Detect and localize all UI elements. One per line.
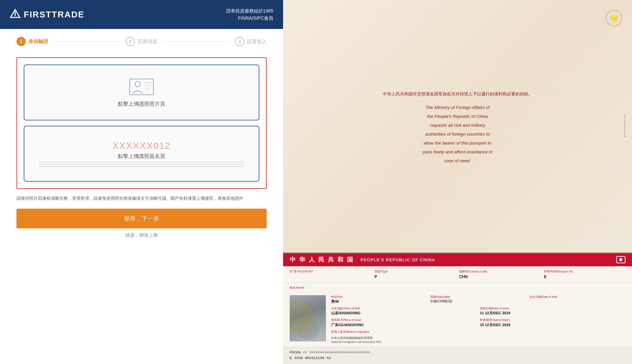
passport-header-bar: 中 华 人 民 共 和 国 PEOPLE'S REPUBLIC OF CHINA xyxy=(283,253,632,266)
national-seal: 🌟 xyxy=(606,10,622,26)
step-circle-3: 3 xyxy=(235,37,244,46)
step-circle-2: 2 xyxy=(126,37,135,46)
photo-upload-label: 點擊上傳護照照片頁 xyxy=(118,101,165,108)
passport-back-text-cn: 中华人民共和国外交部请各国军政机关对持照人予以通行的便利和必要的协助。 xyxy=(303,90,612,98)
pi-doe: 有效期至/Date of expiry 10 12月/DEC 2029 xyxy=(480,318,625,327)
header-subtitle: 證券投資服務始於1985 FINRA/SIPC會員 xyxy=(226,7,273,22)
pi-sex: 性别/Sex 男/M xyxy=(331,295,427,304)
step-circle-1: 1 xyxy=(16,37,26,46)
logo-text: FIRSTTRADE xyxy=(24,10,85,20)
sig-lines xyxy=(32,162,251,167)
mrz-bar: POCHN << <<<<<<<<<<<<<<<<<<<<<<<<<<<< E … xyxy=(283,347,632,364)
sig-upload-card[interactable]: XXXXXX012 點擊上傳護照簽名頁 xyxy=(24,126,259,182)
passport-photo xyxy=(290,295,326,341)
passport-data-section: 中 华 人 民 共 和 国 PEOPLE'S REPUBLIC OF CHINA… xyxy=(283,253,632,364)
upload-outer-box: 點擊上傳護照照片頁 XXXXXX012 點擊上傳護照簽名頁 xyxy=(16,57,267,189)
passport-info-grid: 性别/Sex 男/M 国籍/Nationality 中国/CHINESE 出生日… xyxy=(331,295,625,344)
passport-fields-row: 护 照 PASSPORT 类型/Type P 国家码/Country Code … xyxy=(283,266,632,283)
pi-bearer: 持照人签名/Bearer's signature xyxy=(331,330,625,333)
right-panel: 🌟 中华人民共和国外交部请各国军政机关对持照人予以通行的便利和必要的协助。 Th… xyxy=(283,0,632,364)
passport-header-cn: 中 华 人 民 共 和 国 xyxy=(290,256,354,264)
step-divider-1 xyxy=(53,41,120,42)
pi-row-poi-doe: 签发机关/Place of issue 广东/GUANGDONG 有效期至/Da… xyxy=(331,318,625,327)
step-1: 1 身份驗證 xyxy=(16,37,48,46)
pi-row-bearer: 持照人签名/Bearer's signature xyxy=(331,330,625,333)
pi-nationality: 国籍/Nationality 中国/CHINESE xyxy=(430,295,526,304)
passport-back-section: 🌟 中华人民共和国外交部请各国军政机关对持照人予以通行的便利和必要的协助。 Th… xyxy=(283,0,632,253)
svg-point-3 xyxy=(135,82,140,87)
sig-placeholder-text: XXXXXX012 xyxy=(113,141,171,151)
logo-icon xyxy=(10,8,20,21)
pi-dob: 出生日期/Date of birth xyxy=(530,295,625,299)
sig-line-1 xyxy=(39,162,244,162)
pi-row-sex-nat: 性别/Sex 男/M 国籍/Nationality 中国/CHINESE 出生日… xyxy=(331,295,625,304)
step-label-2: 完善信息 xyxy=(138,39,157,45)
step-divider-2 xyxy=(163,41,230,42)
instructions-text: 請保持照片四邊框清晰完整，背景乾淨。請避免使用閃光燈並確保文字清晰可讀。開戶全程… xyxy=(16,195,267,202)
border-dots xyxy=(624,115,625,137)
pf-country: 国家码/Country Code CHN xyxy=(459,270,541,279)
passport-header-en: PEOPLE'S REPUBLIC OF CHINA xyxy=(360,257,435,262)
pi-doi: 签发日期/Date of issue 11 12月/DEC 2019 xyxy=(480,307,625,316)
pf-type: 类型/Type P xyxy=(375,270,456,279)
passport-body: 性别/Sex 男/M 国籍/Nationality 中国/CHINESE 出生日… xyxy=(283,292,632,347)
pi-pob: 出生地點/Place of birth 山东/SHANDONG xyxy=(331,307,477,316)
step-label-1: 身份驗證 xyxy=(28,39,48,45)
sig-line-3 xyxy=(39,167,244,167)
left-panel: FIRSTTRADE 證券投資服務始於1985 FINRA/SIPC會員 1 身… xyxy=(0,0,283,364)
pf-passport-no: 护照号码/Passport No. E xyxy=(544,270,626,279)
save-next-button[interactable]: 保存，下一步 xyxy=(16,209,267,228)
camera-icon xyxy=(616,256,625,263)
photo-upload-card[interactable]: 點擊上傳護照照片頁 xyxy=(24,65,259,120)
header: FIRSTTRADE 證券投資服務始於1985 FINRA/SIPC會員 xyxy=(0,0,283,29)
logo-area: FIRSTTRADE xyxy=(10,8,85,21)
skip-link[interactable]: 跳過，稍後上傳 xyxy=(16,232,267,238)
step-label-3: 設置登入 xyxy=(247,39,267,45)
main-content: 點擊上傳護照照片頁 XXXXXX012 點擊上傳護照簽名頁 請保持照片四邊框清晰… xyxy=(0,54,283,364)
sig-line-2 xyxy=(39,164,244,165)
step-2: 2 完善信息 xyxy=(126,37,157,46)
sig-upload-label: 點擊上傳護照簽名頁 xyxy=(118,153,165,160)
steps-bar: 1 身份驗證 2 完善信息 3 設置登入 xyxy=(0,29,283,54)
pi-authority: 中华人民共和国国家移民管理局 National Immigration Admi… xyxy=(331,336,625,344)
photo-placeholder-icon xyxy=(128,78,155,97)
pi-row-pob-doi: 出生地點/Place of birth 山东/SHANDONG 签发日期/Dat… xyxy=(331,307,625,316)
pi-poi: 签发机关/Place of issue 广东/GUANGDONG xyxy=(331,318,477,327)
passport-name-row: 姓名/Name xyxy=(283,283,632,292)
pf-doc-type: 护 照 PASSPORT xyxy=(290,270,371,279)
step-3: 3 設置登入 xyxy=(235,37,267,46)
passport-back-text-en: The Ministry of Foreign Affairs of the P… xyxy=(423,103,492,165)
